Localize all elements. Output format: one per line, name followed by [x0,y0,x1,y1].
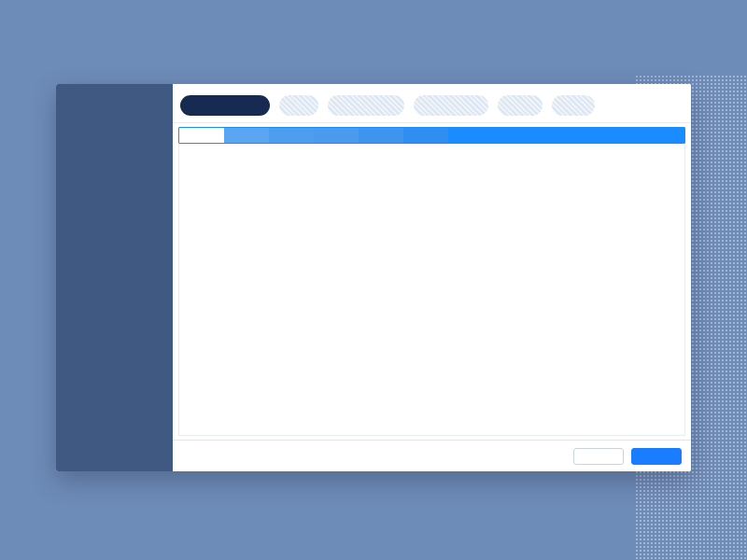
subtab-5[interactable] [359,128,403,143]
primary-nav [173,84,691,123]
subtab-7[interactable] [448,128,684,143]
secondary-nav [173,123,691,144]
nav-pill-5[interactable] [498,95,543,116]
secondary-nav-strip [178,127,685,144]
nav-pill-2[interactable] [279,95,318,116]
main-panel [173,84,691,471]
content-area [178,144,685,436]
subtab-1[interactable] [179,128,224,143]
primary-button[interactable] [631,448,682,465]
app-window [56,84,691,471]
nav-pill-3[interactable] [328,95,404,116]
sidebar [56,84,173,471]
nav-pill-1[interactable] [180,95,270,116]
subtab-3[interactable] [269,128,314,143]
nav-pill-4[interactable] [414,95,488,116]
subtab-6[interactable] [403,128,448,143]
subtab-2[interactable] [224,128,269,143]
subtab-4[interactable] [314,128,359,143]
secondary-button[interactable] [573,448,624,465]
nav-pill-6[interactable] [552,95,595,116]
footer-bar [173,440,691,471]
